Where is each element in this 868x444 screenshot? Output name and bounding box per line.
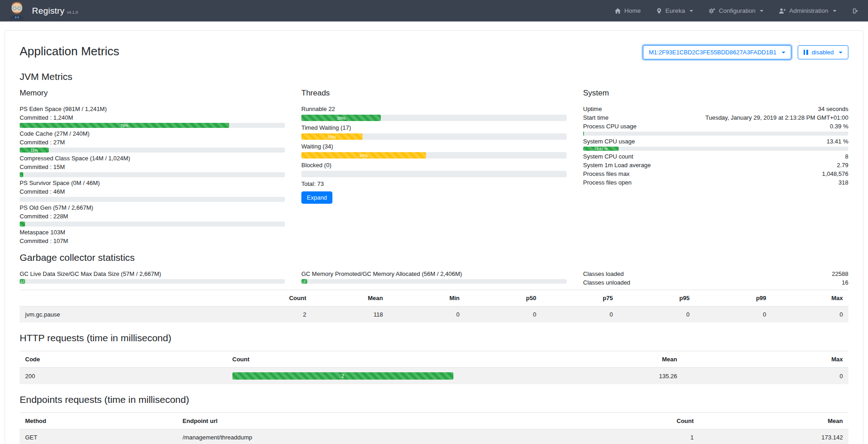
brand[interactable]: Registryv4.1.0 — [8, 0, 78, 21]
http-table-header-row: Code Count Mean Max — [20, 351, 848, 368]
map-marker-icon — [656, 8, 662, 14]
caret-down-icon — [833, 10, 836, 12]
progress-bar: 13 — [20, 279, 285, 284]
system-row: Process CPU usage 0.39 % — [583, 122, 848, 131]
progress-bar — [583, 132, 848, 136]
endpoints-requests-heading: Endpoints requests (time in millisecond) — [20, 394, 848, 405]
gc-classes: Classes loaded 22588 Classes unloaded 16 — [583, 270, 848, 287]
jvm-metrics-heading: JVM Metrics — [20, 71, 848, 82]
thread-item: Timed Waiting (17) 23% — [301, 123, 567, 140]
memory-item: PS Survivor Space (0M / 46M) Committed :… — [20, 179, 285, 202]
nav-item-eureka[interactable]: Eureka — [656, 7, 693, 14]
progress-bar: 23% — [301, 133, 567, 140]
progress-bar: 2 — [232, 372, 453, 380]
brand-title: Registry — [32, 6, 64, 16]
endpoints-table-header-row: Method Endpoint url Count Mean — [20, 413, 848, 429]
jhipster-logo-icon — [8, 0, 26, 21]
expand-button[interactable]: Expand — [301, 191, 332, 204]
nav-item-administration[interactable]: Administration — [779, 7, 836, 14]
nav-menu: Home Eureka — [615, 7, 859, 14]
system-row: System CPU count 8 — [583, 152, 848, 161]
memory-heading: Memory — [20, 89, 285, 98]
sign-out-icon — [852, 8, 859, 14]
system-row: Process files max 1,048,576 — [583, 169, 848, 178]
system-row: Process files open 318 — [583, 178, 848, 187]
classes-unloaded-row: Classes unloaded 16 — [583, 278, 848, 287]
classes-loaded-row: Classes loaded 22588 — [583, 270, 848, 278]
nav-item-home[interactable]: Home — [615, 7, 641, 14]
memory-item: PS Old Gen (57M / 2,667M) Committed : 22… — [20, 203, 285, 227]
table-row: 200 2 135.26 0 — [20, 368, 848, 385]
memory-item: PS Eden Space (981M / 1,241M) Committed … — [20, 105, 285, 128]
thread-item: Runnable 22 30% — [301, 105, 567, 121]
brand-version: v4.1.0 — [67, 10, 78, 15]
thread-item: Waiting (34) 47% — [301, 142, 567, 159]
gc-table-header-row: Count Mean Min p50 p75 p95 p99 Max — [20, 290, 848, 307]
gc-heading: Garbage collector statistics — [20, 252, 848, 263]
navbar: Registryv4.1.0 Home Eureka — [0, 0, 868, 21]
nav-item-configuration[interactable]: Configuration — [709, 7, 763, 14]
system-row: Start time Tuesday, January 29, 2019 at … — [583, 113, 848, 122]
system-row: System 1m Load average 2.79 — [583, 161, 848, 169]
gc-pause-table: Count Mean Min p50 p75 p95 p99 Max jvm.g… — [20, 290, 848, 322]
thread-item: Blocked (0) — [301, 161, 567, 177]
caret-down-icon — [689, 10, 693, 12]
memory-item: Metaspace 103M Committed : 107M — [20, 228, 285, 245]
progress-bar: 79% — [20, 123, 285, 128]
progress-bar: 30% — [301, 115, 567, 121]
progress-bar — [20, 222, 285, 227]
progress-bar: 3 — [301, 279, 567, 284]
http-requests-heading: HTTP requests (time in millisecond) — [20, 333, 848, 344]
http-requests-table: Code Count Mean Max 200 2 135.26 0 — [20, 351, 848, 384]
instance-selector-dropdown[interactable]: M1:2F93E1CBD2C3FE55BDD8627A3FADD1B1 — [643, 45, 791, 59]
system-column: System Uptime 34 seconds Start time Tues… — [583, 89, 848, 246]
endpoints-requests-table: Method Endpoint url Count Mean GET /mana… — [20, 412, 848, 444]
page-title: Application Metrics — [20, 43, 119, 59]
gears-icon — [709, 8, 715, 14]
caret-down-icon — [760, 10, 763, 12]
system-row: Uptime 34 seconds — [583, 105, 848, 113]
sign-out-button[interactable] — [852, 8, 859, 14]
memory-item: Code Cache (27M / 240M) Committed : 27M … — [20, 129, 285, 153]
threads-heading: Threads — [301, 89, 567, 98]
progress-bar — [301, 171, 567, 177]
gc-live-data: GC Live Data Size/GC Max Data Size (57M … — [20, 270, 285, 287]
threads-column: Threads Runnable 22 30% Timed Waiting (1… — [301, 89, 567, 246]
progress-bar: 13.41 % — [583, 147, 848, 151]
progress-bar — [20, 197, 285, 202]
caret-down-icon — [839, 52, 842, 53]
progress-bar — [20, 172, 285, 177]
memory-column: Memory PS Eden Space (981M / 1,241M) Com… — [20, 89, 285, 246]
memory-item: Compressed Class Space (14M / 1,024M) Co… — [20, 154, 285, 177]
system-heading: System — [583, 89, 848, 98]
pause-icon — [804, 50, 808, 55]
main-panel: Application Metrics M1:2F93E1CBD2C3FE55B… — [5, 30, 863, 444]
threads-total: Total: 73 — [301, 180, 567, 188]
table-row: jvm.gc.pause 2 118 0 0 0 0 0 0 — [20, 307, 848, 323]
progress-bar: 47% — [301, 152, 567, 159]
refresh-toggle-dropdown[interactable]: disabled — [798, 45, 848, 59]
gc-promoted: GC Memory Promoted/GC Memory Allocated (… — [301, 270, 567, 287]
table-row: GET /management/threaddump 1 173.142 — [20, 429, 848, 444]
home-icon — [615, 8, 621, 14]
system-row: System CPU usage 13.41 % — [583, 137, 848, 146]
caret-down-icon — [782, 52, 785, 53]
progress-bar: 11% — [20, 148, 285, 153]
user-plus-icon — [779, 8, 786, 14]
